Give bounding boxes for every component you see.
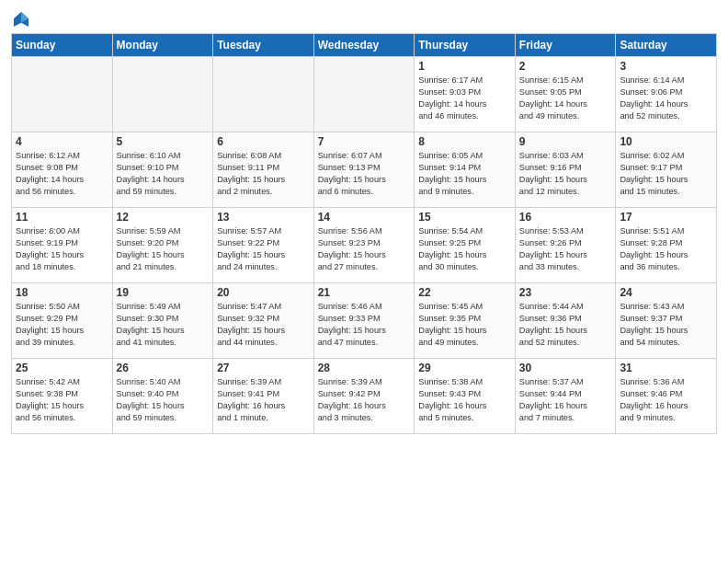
logo bbox=[11, 9, 35, 29]
cell-info: Sunrise: 5:46 AMSunset: 9:33 PMDaylight:… bbox=[318, 301, 411, 349]
cell-date: 6 bbox=[217, 135, 310, 148]
calendar-cell: 1Sunrise: 6:17 AMSunset: 9:03 PMDaylight… bbox=[415, 57, 516, 132]
day-header-thursday: Thursday bbox=[415, 34, 516, 57]
cell-date: 3 bbox=[620, 60, 712, 73]
cell-date: 4 bbox=[16, 135, 108, 148]
cell-date: 8 bbox=[418, 135, 511, 148]
week-row-1: 1Sunrise: 6:17 AMSunset: 9:03 PMDaylight… bbox=[12, 57, 717, 132]
cell-date: 19 bbox=[117, 286, 210, 299]
calendar-cell: 13Sunrise: 5:57 AMSunset: 9:22 PMDayligh… bbox=[213, 208, 314, 283]
cell-date: 18 bbox=[16, 286, 108, 299]
day-header-sunday: Sunday bbox=[12, 34, 113, 57]
calendar-cell: 11Sunrise: 6:00 AMSunset: 9:19 PMDayligh… bbox=[12, 208, 113, 283]
calendar-cell: 29Sunrise: 5:38 AMSunset: 9:43 PMDayligh… bbox=[415, 359, 516, 434]
calendar-cell bbox=[112, 57, 213, 132]
calendar-cell: 21Sunrise: 5:46 AMSunset: 9:33 PMDayligh… bbox=[313, 283, 415, 359]
week-row-4: 18Sunrise: 5:50 AMSunset: 9:29 PMDayligh… bbox=[12, 283, 717, 359]
calendar-cell: 22Sunrise: 5:45 AMSunset: 9:35 PMDayligh… bbox=[415, 283, 516, 359]
cell-info: Sunrise: 6:05 AMSunset: 9:14 PMDaylight:… bbox=[418, 150, 511, 198]
cell-info: Sunrise: 5:56 AMSunset: 9:23 PMDaylight:… bbox=[318, 225, 411, 273]
calendar-cell: 10Sunrise: 6:02 AMSunset: 9:17 PMDayligh… bbox=[616, 132, 717, 208]
calendar-cell bbox=[12, 57, 113, 132]
calendar-cell: 24Sunrise: 5:43 AMSunset: 9:37 PMDayligh… bbox=[616, 283, 717, 359]
cell-date: 26 bbox=[117, 362, 210, 374]
cell-date: 25 bbox=[16, 362, 108, 374]
cell-info: Sunrise: 5:54 AMSunset: 9:25 PMDaylight:… bbox=[418, 225, 511, 273]
cell-date: 12 bbox=[117, 211, 210, 224]
calendar-cell: 18Sunrise: 5:50 AMSunset: 9:29 PMDayligh… bbox=[12, 283, 113, 359]
cell-info: Sunrise: 6:12 AMSunset: 9:08 PMDaylight:… bbox=[16, 150, 108, 198]
cell-date: 24 bbox=[620, 286, 712, 299]
calendar-cell bbox=[213, 57, 314, 132]
cell-info: Sunrise: 5:40 AMSunset: 9:40 PMDaylight:… bbox=[117, 376, 210, 424]
calendar-cell: 15Sunrise: 5:54 AMSunset: 9:25 PMDayligh… bbox=[415, 208, 516, 283]
cell-date: 28 bbox=[318, 362, 411, 374]
cell-info: Sunrise: 5:39 AMSunset: 9:42 PMDaylight:… bbox=[318, 376, 411, 424]
week-row-2: 4Sunrise: 6:12 AMSunset: 9:08 PMDaylight… bbox=[12, 132, 717, 208]
cell-info: Sunrise: 5:49 AMSunset: 9:30 PMDaylight:… bbox=[117, 301, 210, 349]
calendar-cell: 6Sunrise: 6:08 AMSunset: 9:11 PMDaylight… bbox=[213, 132, 314, 208]
week-row-3: 11Sunrise: 6:00 AMSunset: 9:19 PMDayligh… bbox=[12, 208, 717, 283]
cell-info: Sunrise: 5:45 AMSunset: 9:35 PMDaylight:… bbox=[418, 301, 511, 349]
cell-info: Sunrise: 6:10 AMSunset: 9:10 PMDaylight:… bbox=[117, 150, 210, 198]
page-container: SundayMondayTuesdayWednesdayThursdayFrid… bbox=[0, 0, 728, 442]
logo-icon bbox=[11, 9, 31, 29]
cell-date: 27 bbox=[217, 362, 310, 374]
calendar-cell: 14Sunrise: 5:56 AMSunset: 9:23 PMDayligh… bbox=[313, 208, 415, 283]
calendar-header: SundayMondayTuesdayWednesdayThursdayFrid… bbox=[12, 34, 717, 57]
calendar-cell: 9Sunrise: 6:03 AMSunset: 9:16 PMDaylight… bbox=[515, 132, 616, 208]
calendar-body: 1Sunrise: 6:17 AMSunset: 9:03 PMDaylight… bbox=[12, 57, 717, 434]
calendar-cell: 19Sunrise: 5:49 AMSunset: 9:30 PMDayligh… bbox=[112, 283, 213, 359]
cell-date: 13 bbox=[217, 211, 310, 224]
cell-info: Sunrise: 6:15 AMSunset: 9:05 PMDaylight:… bbox=[519, 75, 612, 122]
cell-info: Sunrise: 6:14 AMSunset: 9:06 PMDaylight:… bbox=[620, 75, 712, 122]
cell-info: Sunrise: 5:57 AMSunset: 9:22 PMDaylight:… bbox=[217, 225, 310, 273]
cell-date: 11 bbox=[16, 211, 108, 224]
cell-date: 10 bbox=[620, 135, 712, 148]
calendar-cell: 25Sunrise: 5:42 AMSunset: 9:38 PMDayligh… bbox=[12, 359, 113, 434]
calendar-cell: 26Sunrise: 5:40 AMSunset: 9:40 PMDayligh… bbox=[112, 359, 213, 434]
cell-date: 21 bbox=[318, 286, 411, 299]
day-header-saturday: Saturday bbox=[616, 34, 717, 57]
cell-info: Sunrise: 6:07 AMSunset: 9:13 PMDaylight:… bbox=[318, 150, 411, 198]
cell-info: Sunrise: 5:38 AMSunset: 9:43 PMDaylight:… bbox=[418, 376, 511, 424]
cell-info: Sunrise: 6:03 AMSunset: 9:16 PMDaylight:… bbox=[519, 150, 612, 198]
cell-info: Sunrise: 5:53 AMSunset: 9:26 PMDaylight:… bbox=[519, 225, 612, 273]
cell-date: 7 bbox=[318, 135, 411, 148]
day-header-tuesday: Tuesday bbox=[213, 34, 314, 57]
day-header-wednesday: Wednesday bbox=[313, 34, 415, 57]
cell-date: 15 bbox=[418, 211, 511, 224]
calendar-cell: 2Sunrise: 6:15 AMSunset: 9:05 PMDaylight… bbox=[515, 57, 616, 132]
calendar-cell bbox=[313, 57, 415, 132]
cell-info: Sunrise: 6:17 AMSunset: 9:03 PMDaylight:… bbox=[418, 75, 511, 122]
calendar-cell: 12Sunrise: 5:59 AMSunset: 9:20 PMDayligh… bbox=[112, 208, 213, 283]
cell-info: Sunrise: 5:59 AMSunset: 9:20 PMDaylight:… bbox=[117, 225, 210, 273]
cell-info: Sunrise: 5:37 AMSunset: 9:44 PMDaylight:… bbox=[519, 376, 612, 424]
cell-info: Sunrise: 5:51 AMSunset: 9:28 PMDaylight:… bbox=[620, 225, 712, 273]
cell-date: 30 bbox=[519, 362, 612, 374]
cell-info: Sunrise: 5:43 AMSunset: 9:37 PMDaylight:… bbox=[620, 301, 712, 349]
cell-date: 31 bbox=[620, 362, 712, 374]
cell-date: 16 bbox=[519, 211, 612, 224]
cell-info: Sunrise: 6:02 AMSunset: 9:17 PMDaylight:… bbox=[620, 150, 712, 198]
calendar-cell: 20Sunrise: 5:47 AMSunset: 9:32 PMDayligh… bbox=[213, 283, 314, 359]
calendar-cell: 3Sunrise: 6:14 AMSunset: 9:06 PMDaylight… bbox=[616, 57, 717, 132]
week-row-5: 25Sunrise: 5:42 AMSunset: 9:38 PMDayligh… bbox=[12, 359, 717, 434]
cell-date: 29 bbox=[418, 362, 511, 374]
cell-date: 9 bbox=[519, 135, 612, 148]
day-header-friday: Friday bbox=[515, 34, 616, 57]
cell-info: Sunrise: 5:47 AMSunset: 9:32 PMDaylight:… bbox=[217, 301, 310, 349]
calendar-cell: 4Sunrise: 6:12 AMSunset: 9:08 PMDaylight… bbox=[12, 132, 113, 208]
calendar-cell: 7Sunrise: 6:07 AMSunset: 9:13 PMDaylight… bbox=[313, 132, 415, 208]
day-header-monday: Monday bbox=[112, 34, 213, 57]
calendar-cell: 8Sunrise: 6:05 AMSunset: 9:14 PMDaylight… bbox=[415, 132, 516, 208]
calendar-table: SundayMondayTuesdayWednesdayThursdayFrid… bbox=[11, 33, 717, 434]
cell-info: Sunrise: 5:44 AMSunset: 9:36 PMDaylight:… bbox=[519, 301, 612, 349]
calendar-cell: 23Sunrise: 5:44 AMSunset: 9:36 PMDayligh… bbox=[515, 283, 616, 359]
cell-date: 17 bbox=[620, 211, 712, 224]
cell-info: Sunrise: 5:39 AMSunset: 9:41 PMDaylight:… bbox=[217, 376, 310, 424]
calendar-cell: 27Sunrise: 5:39 AMSunset: 9:41 PMDayligh… bbox=[213, 359, 314, 434]
calendar-cell: 17Sunrise: 5:51 AMSunset: 9:28 PMDayligh… bbox=[616, 208, 717, 283]
cell-date: 5 bbox=[117, 135, 210, 148]
cell-date: 14 bbox=[318, 211, 411, 224]
